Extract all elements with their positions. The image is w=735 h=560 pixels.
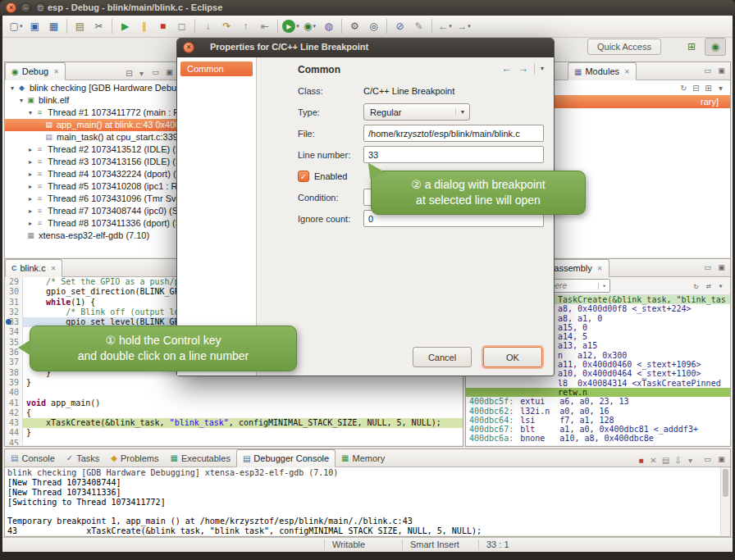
- code-line[interactable]: 41void app_main(): [5, 398, 463, 408]
- open-perspective-icon[interactable]: ⊞: [681, 38, 702, 56]
- disassembly-row[interactable]: retw.n: [466, 388, 730, 397]
- run-icon[interactable]: ▶▾: [282, 17, 299, 35]
- debug-tree-item[interactable]: ▸≡Thread #5 1073410208 (ipc1 : Running): [5, 180, 178, 193]
- tab-modules[interactable]: ▦ Modules ✕: [568, 62, 637, 80]
- maximize-view-icon[interactable]: ▣: [715, 453, 728, 466]
- build-icon[interactable]: ⚙: [346, 17, 363, 35]
- code-line[interactable]: 44}: [5, 428, 463, 438]
- tab-debug[interactable]: ◉ Debug ✕: [5, 62, 66, 80]
- code-line[interactable]: 45: [5, 439, 463, 445]
- expand-arrow-icon[interactable]: ▸: [26, 143, 34, 156]
- quick-access-button[interactable]: Quick Access: [587, 39, 661, 55]
- expand-arrow-icon[interactable]: ▸: [26, 156, 34, 168]
- close-tab-icon[interactable]: ✕: [53, 68, 59, 75]
- view-menu-icon[interactable]: ▾: [684, 454, 696, 467]
- clear-console-icon[interactable]: ▤: [660, 454, 672, 467]
- disassembly-row[interactable]: 400dbc62:l32i.n a0, a0, 16: [466, 407, 730, 416]
- forward-icon[interactable]: →: [518, 62, 528, 75]
- debug-tree-item[interactable]: ▸≡Thread #6 1073431096 (Tmr Svc) (Suspen…: [5, 193, 178, 205]
- expand-all-icon[interactable]: ⊞: [702, 82, 714, 94]
- save-icon[interactable]: ▣: [26, 17, 43, 35]
- view-menu-icon[interactable]: ▾: [714, 280, 727, 292]
- collapse-all-icon[interactable]: ⊟: [690, 82, 702, 94]
- minimize-view-icon[interactable]: ▭: [149, 66, 162, 79]
- line-number[interactable]: 32: [5, 307, 23, 317]
- tab-memory[interactable]: ▦Memory: [336, 449, 390, 467]
- line-number-field[interactable]: [363, 146, 544, 163]
- expand-arrow-icon[interactable]: ▾: [17, 94, 25, 107]
- view-menu-icon[interactable]: ▾: [541, 65, 544, 72]
- scissors-icon[interactable]: ✂: [90, 17, 107, 35]
- mark-occurrences-icon[interactable]: ✎: [410, 17, 427, 35]
- maximize-button[interactable]: ◻: [35, 2, 46, 13]
- disassembly-row[interactable]: 400dbc6a:bnone a10, a8, 0x400dbc8e: [466, 434, 730, 443]
- line-number[interactable]: 45: [5, 439, 23, 445]
- debug-tree-item[interactable]: ▸≡Thread #7 1073408744 (ipc0) (Suspended…: [5, 205, 178, 217]
- line-number[interactable]: 30: [5, 287, 23, 297]
- debug-tree-item[interactable]: ▦xtensa-esp32-elf-gdb (7.10): [5, 230, 178, 242]
- search-icon[interactable]: ◎: [365, 17, 382, 35]
- chevron-down-icon[interactable]: ▾: [598, 283, 609, 289]
- terminate-console-icon[interactable]: ■: [635, 454, 647, 467]
- drop-to-frame-icon[interactable]: ⇤: [256, 17, 273, 35]
- back-icon[interactable]: ←: [501, 62, 512, 75]
- line-number[interactable]: 29: [5, 277, 23, 287]
- maximize-view-icon[interactable]: ▣: [715, 65, 728, 77]
- line-number[interactable]: 34: [5, 327, 23, 337]
- chevron-down-icon[interactable]: ▾: [455, 108, 469, 116]
- maximize-view-icon[interactable]: ▣: [715, 262, 728, 274]
- expand-arrow-icon[interactable]: ▾: [26, 107, 34, 119]
- save-all-icon[interactable]: ▦: [45, 17, 62, 35]
- minimize-view-icon[interactable]: ▭: [701, 262, 714, 274]
- file-field[interactable]: [363, 125, 544, 142]
- disconnect-icon[interactable]: ◻: [173, 17, 190, 35]
- minimize-button[interactable]: –: [21, 2, 31, 13]
- code-line[interactable]: 42{: [5, 408, 463, 418]
- debug-tree-item[interactable]: ▾▣blink.elf: [5, 94, 178, 107]
- step-return-icon[interactable]: ↑: [237, 17, 254, 35]
- expand-arrow-icon[interactable]: ▸: [26, 193, 34, 205]
- remove-console-icon[interactable]: ✕: [647, 454, 660, 467]
- minimize-view-icon[interactable]: ▭: [701, 65, 714, 77]
- disassembly-row[interactable]: 400dbc5f:extui a6, a0, 23, 13: [466, 397, 730, 406]
- minimize-view-icon[interactable]: ▭: [701, 453, 714, 466]
- step-into-icon[interactable]: ↓: [199, 17, 217, 35]
- tab-blink-c[interactable]: C blink.c ✕: [5, 259, 62, 277]
- collapse-all-icon[interactable]: ⊟: [123, 67, 135, 80]
- type-dropdown[interactable]: Regular ▾: [363, 103, 470, 121]
- skip-breakpoints-icon[interactable]: ⊘: [391, 17, 409, 35]
- close-button[interactable]: ✕: [6, 2, 16, 13]
- debug-icon[interactable]: ◉▾: [301, 17, 318, 35]
- line-number[interactable]: 39: [5, 378, 23, 388]
- line-number[interactable]: 37: [5, 357, 23, 367]
- expand-arrow-icon[interactable]: ▸: [26, 168, 34, 180]
- sync-selection-icon[interactable]: ⇄: [702, 280, 714, 292]
- debug-perspective-icon[interactable]: ◉: [705, 38, 726, 56]
- debug-tree-item[interactable]: ▸≡Thread #2 1073413512 (IDLE) (Suspended…: [5, 143, 178, 156]
- line-number[interactable]: 38: [5, 368, 23, 378]
- tab-debugger-console[interactable]: ▤Debugger Console: [236, 449, 336, 467]
- step-over-icon[interactable]: ↷: [218, 17, 235, 35]
- suspend-icon[interactable]: ∥: [135, 17, 153, 35]
- scroll-lock-icon[interactable]: ⇩: [672, 454, 684, 467]
- expand-arrow-icon[interactable]: ▸: [26, 217, 34, 230]
- debug-tree-item[interactable]: ▸≡Thread #4 1073432224 (dport) (Suspende…: [5, 168, 178, 180]
- expand-arrow-icon[interactable]: ▾: [8, 82, 16, 94]
- view-menu-icon[interactable]: ▾: [714, 82, 727, 94]
- scrollbar-thumb[interactable]: [723, 469, 728, 497]
- debug-tree-item[interactable]: ▸≡Thread #3 1073413156 (IDLE) (Suspended…: [5, 156, 178, 168]
- new-wizard-icon[interactable]: ▢▾: [7, 17, 25, 35]
- line-number[interactable]: 33: [5, 317, 23, 327]
- window-titlebar[interactable]: ✕ – ◻ esp - Debug - blink/main/blink.c -…: [0, 0, 735, 16]
- tab-console[interactable]: ▤Console: [5, 449, 61, 467]
- dialog-category-common[interactable]: Common: [180, 61, 253, 76]
- new-project-icon[interactable]: ▤: [71, 17, 89, 35]
- refresh-icon[interactable]: ↻: [690, 280, 702, 292]
- line-number[interactable]: 43: [5, 418, 23, 428]
- code-line[interactable]: 39}: [5, 378, 463, 388]
- expand-arrow-icon[interactable]: ▸: [26, 180, 34, 193]
- debug-tree-item[interactable]: ▸≡Thread #8 1073411336 (dport) (Suspende…: [5, 217, 178, 230]
- close-tab-icon[interactable]: ✕: [624, 68, 630, 75]
- tab-executables[interactable]: ▦Executables: [165, 449, 236, 467]
- disassembly-row[interactable]: l8 0x40084314 <xTaskCreatePinned: [466, 379, 730, 388]
